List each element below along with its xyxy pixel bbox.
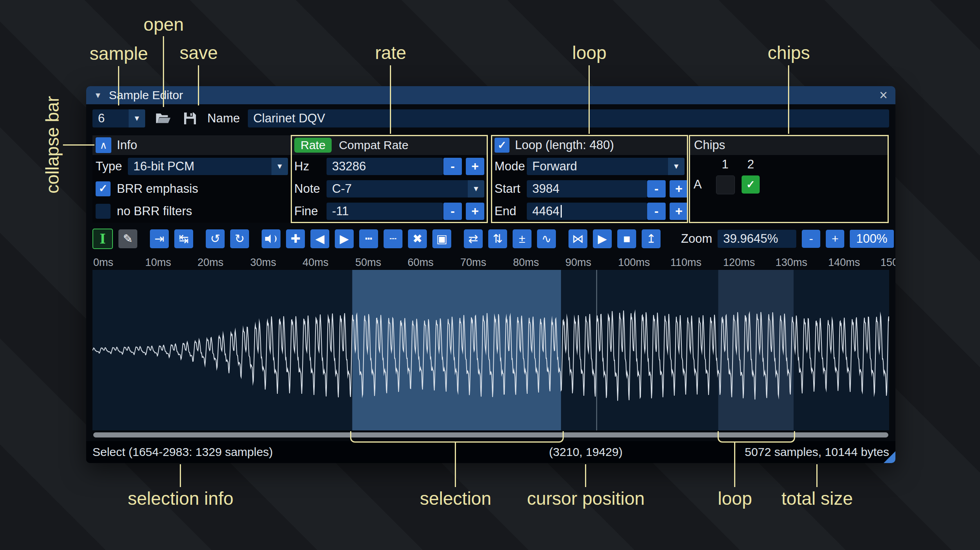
hz-input[interactable]: 33286 [327,158,443,175]
normalize-button[interactable]: ✚ [286,229,305,248]
floppy-save-icon [183,111,197,126]
resize-button[interactable]: ⇥ [150,229,169,248]
chip-1-checkbox[interactable] [716,175,735,194]
loop-end-input[interactable]: 4464 [527,203,647,220]
invert-button[interactable]: ⇅ [488,229,507,248]
note-dropdown-button[interactable]: ▼ [468,180,484,197]
name-input[interactable]: Clarinet DQV [248,109,889,127]
no-brr-filters-label: no BRR filters [117,204,192,218]
check-icon: ✓ [498,140,507,151]
info-panel-title: Info [117,138,137,152]
brr-emphasis-label: BRR emphasis [117,182,198,196]
hz-label: Hz [294,159,327,173]
no-brr-filters-checkbox[interactable] [96,204,111,219]
fine-decrease-button[interactable]: - [443,203,462,220]
name-label: Name [207,111,240,126]
undo-icon: ↺ [210,233,220,245]
plus-icon: + [832,233,839,245]
reverse-icon: ⇄ [468,233,478,245]
timeline-label: 50ms [355,257,381,269]
insert-silence-button[interactable]: ┅ [359,229,378,248]
apply-silence-button[interactable]: ┄ [384,229,402,248]
minus-icon: - [450,204,455,218]
redo-button[interactable]: ↻ [230,229,249,248]
chevron-down-icon: ▼ [673,162,680,171]
fine-increase-button[interactable]: + [466,203,484,220]
hz-increase-button[interactable]: + [466,158,484,175]
chevron-up-icon: ∧ [100,139,107,151]
amplify-button[interactable] [262,229,281,248]
loop-end-decrease-button[interactable]: - [647,203,666,220]
chips-grid: 1 2 A ✓ [689,155,888,223]
type-label: Type [96,159,128,173]
note-select[interactable]: C-7 ▼ [327,180,484,197]
undo-button[interactable]: ↺ [206,229,225,248]
hz-decrease-button[interactable]: - [443,158,462,175]
sample-number-dropdown-button[interactable]: ▼ [129,109,145,127]
cursor-position-text: (3210, 19429) [549,441,623,463]
type-dropdown-button[interactable]: ▼ [271,158,288,175]
fine-label: Fine [294,204,327,218]
chevron-down-icon: ▼ [276,162,284,171]
loop-start-decrease-button[interactable]: - [647,180,666,197]
filter-button[interactable]: ∿ [537,229,556,248]
preview-button[interactable]: ▶ [593,229,612,248]
page-background: ▼ Sample Editor × 6 ▼ [0,0,980,550]
collapse-info-button[interactable]: ∧ [96,137,111,153]
stop-button[interactable]: ■ [617,229,636,248]
annotation-rate: rate [375,42,406,63]
fine-input[interactable]: -11 [327,203,443,220]
tab-compat-rate[interactable]: Compat Rate [337,138,410,153]
tab-rate[interactable]: Rate [294,138,332,153]
chevron-down-icon: ▼ [133,114,141,123]
fade-out-icon: ▶ [340,233,349,245]
resample-icon: ↹ [179,233,188,245]
loop-mode-select[interactable]: Forward ▼ [527,158,685,175]
waveform-display[interactable] [92,270,889,430]
sample-number-select[interactable]: 6 ▼ [92,109,145,127]
timeline-label: 70ms [460,257,486,269]
resample-button[interactable]: ↹ [174,229,193,248]
annotation-loop-top: loop [572,42,607,63]
plus-icon: + [675,204,683,218]
check-icon: ✓ [99,183,108,194]
draw-button[interactable]: ✎ [118,229,137,248]
save-button[interactable] [180,109,200,127]
loop-start-increase-button[interactable]: + [670,180,688,197]
annotation-save: save [179,42,218,63]
annotation-open: open [144,14,184,35]
chip-2-checkbox[interactable]: ✓ [742,175,760,194]
type-select[interactable]: 16-bit PCM ▼ [128,158,288,175]
trim-button[interactable]: ▣ [432,229,451,248]
fade-in-icon: ◀ [315,233,324,245]
close-icon[interactable]: × [879,88,888,102]
apply-silence-icon: ┄ [389,233,397,245]
zoom-input[interactable]: 39.9645% [718,230,796,248]
zoom-out-button[interactable]: - [802,230,820,248]
edit-mode-button[interactable]: I [92,229,113,249]
loop-end-increase-button[interactable]: + [670,203,688,220]
fade-in-button[interactable]: ◀ [310,229,329,248]
collapse-window-icon[interactable]: ▼ [94,91,102,100]
resize-grip[interactable] [884,451,895,463]
upload-button[interactable]: ↥ [642,229,661,248]
loop-mode-dropdown-button[interactable]: ▼ [668,158,685,175]
scrollbar-thumb[interactable] [93,432,888,437]
sign-button[interactable]: ± [513,229,532,248]
delete-button[interactable]: ✖ [408,229,427,248]
open-button[interactable] [153,109,173,127]
timeline-ruler[interactable]: 0ms 10ms 20ms 30ms 40ms 50ms 60ms 70ms 8… [92,255,895,270]
brr-emphasis-checkbox[interactable]: ✓ [96,181,111,196]
reverse-button[interactable]: ⇄ [464,229,483,248]
zoom-in-button[interactable]: + [826,230,844,248]
crossfade-loop-button[interactable]: ⋈ [568,229,587,248]
waveform-scrollbar[interactable] [92,432,889,438]
zoom-label: Zoom [681,232,712,246]
loop-enable-checkbox[interactable]: ✓ [495,138,509,153]
fade-out-button[interactable]: ▶ [335,229,354,248]
window-title: Sample Editor [109,89,183,102]
play-icon: ▶ [598,233,607,245]
zoom-reset-button[interactable]: 100% [850,230,893,248]
loop-start-input[interactable]: 3984 [527,180,647,197]
note-value: C-7 [327,182,468,196]
